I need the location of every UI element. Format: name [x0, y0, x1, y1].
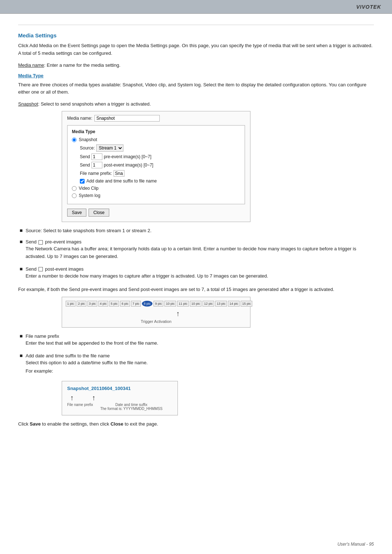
bullet-file-prefix: ■ File name prefix Enter the text that w…: [18, 333, 374, 347]
bullet-title-source: Source: Select to take snapshots from st…: [25, 228, 151, 233]
send1-input[interactable]: [91, 153, 102, 160]
file-prefix-label: File name prefix:: [80, 171, 112, 176]
media-name-line: Media name: Enter a name for the media s…: [18, 62, 374, 68]
bullet-title-post: Send post-event images: [25, 266, 83, 272]
save-button[interactable]: Save: [67, 209, 86, 217]
bullet-title-file-prefix: File name prefix: [25, 333, 59, 339]
arrows-row: ↑ ↑: [67, 394, 172, 401]
brand-logo: VIVOTEK: [356, 4, 381, 10]
pic-box-12: 10 pic: [190, 301, 201, 307]
trigger-label: Trigger Activation: [66, 319, 246, 324]
pic-box-14: 13 pic: [215, 301, 227, 307]
arrow-prefix-icon: ↑: [70, 394, 74, 401]
pic-box-5: 5 pic: [109, 301, 119, 307]
bullet-title-date-suffix: Add date and time suffix to the file nam…: [25, 353, 110, 358]
filename-value: Snapshot_20110604_100341: [67, 386, 172, 391]
trigger-para: For example, if both the Send pre-event …: [18, 286, 374, 294]
system-log-label: System log: [79, 193, 100, 198]
video-clip-radio-row: Video Clip: [72, 186, 240, 191]
snapshot-desc: : Select to send snapshots when a trigge…: [38, 101, 151, 107]
bullet-content-file-prefix: File name prefix Enter the text that wil…: [25, 333, 374, 347]
bullet-char-source: ■: [20, 227, 23, 233]
bullet-source: ■ Source: Select to take snapshots from …: [18, 228, 374, 233]
media-type-subtitle: Media Type: [18, 73, 374, 78]
bullet-title-pre: Send pre-event images: [25, 239, 81, 245]
intro-text: Click Add Media on the Event Settings pa…: [18, 42, 374, 57]
media-name-input[interactable]: [94, 115, 160, 122]
pic-box-6: 6 pic: [120, 301, 130, 307]
pic-row: 1 pic2 pic3 pic4 pic5 pic6 pic7 pic8 pic…: [66, 301, 246, 307]
bullet-date-suffix: ■ Add date and time suffix to the file n…: [18, 353, 374, 375]
filename-example-box: Snapshot_20110604_100341 ↑ ↑ File name p…: [62, 381, 178, 415]
bullet-content-date-suffix: Add date and time suffix to the file nam…: [25, 353, 374, 375]
media-type-desc: There are three choices of media types a…: [18, 81, 374, 97]
pic-box-13: 12 pic: [203, 301, 214, 307]
media-settings-panel: Media name: Media Type Snapshot Source: …: [62, 111, 250, 222]
pic-box-2: 2 pic: [77, 301, 86, 307]
bullet-desc-post: Enter a number to decide how many images…: [25, 272, 374, 280]
pic-box-4: 4 pic: [98, 301, 108, 307]
click-save-line: Click Save to enable the settings, then …: [18, 421, 374, 427]
snapshot-radio-label: Snapshot: [79, 137, 97, 142]
top-divider: [18, 25, 374, 25]
close-button[interactable]: Close: [89, 209, 109, 217]
send-post-row: Send post-event image(s) [0~7]: [80, 162, 240, 168]
send-pre-row: Send pre-event image(s) [0~7]: [80, 153, 240, 160]
pic-box-7: 7 pic: [131, 301, 141, 307]
pre-event-checkbox-icon: [38, 240, 43, 245]
file-prefix-row: File name prefix:: [80, 170, 240, 177]
bullet-char-pre: ■: [20, 239, 23, 245]
media-name-row: Media name:: [67, 115, 245, 122]
post-event-checkbox-icon: [38, 267, 43, 271]
bullet-content-pre: Send pre-event images The Network Camera…: [25, 239, 374, 260]
pic-box-9: 9 pic: [154, 301, 163, 307]
footer-page-number: User's Manual - 95: [338, 542, 374, 547]
snapshot-line: Snapshot: Select to send snapshots when …: [18, 101, 374, 107]
media-type-box: Media Type Snapshot Source: Stream 1 Str…: [67, 125, 245, 204]
pic-box-16: 15 pic: [241, 301, 252, 307]
bullet-item-date-suffix: ■ Add date and time suffix to the file n…: [20, 353, 374, 375]
video-clip-radio[interactable]: [72, 186, 77, 191]
date-suffix-checkbox[interactable]: [80, 179, 85, 184]
pic-box-11: 11 pic: [177, 301, 189, 307]
send1-label: Send: [80, 154, 90, 159]
bullet-item-file-prefix: ■ File name prefix Enter the text that w…: [20, 333, 374, 347]
header-bar: VIVOTEK: [0, 0, 392, 14]
send2-label: Send: [80, 163, 90, 168]
send2-suffix: post-event image(s) [0~7]: [104, 163, 153, 168]
media-type-box-title: Media Type: [72, 129, 240, 134]
arrow-date-icon: ↑: [92, 394, 95, 401]
source-label: Source:: [80, 145, 95, 151]
system-log-radio[interactable]: [72, 193, 77, 198]
pic-box-10: 10 pic: [164, 301, 176, 307]
date-suffix-label: Add date and time suffix to file name: [86, 178, 157, 184]
pic-box-3: 3 pic: [87, 301, 97, 307]
bullet-desc-date-suffix: Select this option to add a date/time su…: [25, 359, 374, 367]
send1-suffix: pre-event image(s) [0~7]: [104, 154, 151, 159]
example-label: For example:: [25, 368, 374, 375]
bullet-char-file-prefix: ■: [20, 333, 23, 339]
bullet-desc-pre: The Network Camera has a buffer area; it…: [25, 245, 374, 260]
pic-box-1: 1 pic: [66, 301, 75, 307]
bullet-pre-event: ■ Send pre-event images The Network Came…: [18, 239, 374, 260]
video-clip-label: Video Clip: [79, 186, 98, 191]
bullet-item-pre-event: ■ Send pre-event images The Network Came…: [20, 239, 374, 260]
system-log-radio-row: System log: [72, 193, 240, 198]
bullet-char-date-suffix: ■: [20, 353, 23, 358]
source-select[interactable]: Stream 1 Stream 2: [96, 144, 123, 152]
bullet-item-source: ■ Source: Select to take snapshots from …: [20, 228, 374, 233]
media-name-desc: : Enter a name for the media setting.: [44, 62, 121, 68]
snapshot-radio[interactable]: [72, 138, 77, 142]
send2-input[interactable]: [91, 162, 102, 168]
label-date-suffix: Date and time suffix The format is: YYYY…: [100, 403, 163, 411]
bullet-char-post: ■: [20, 266, 23, 272]
bullet-desc-file-prefix: Enter the text that will be appended to …: [25, 340, 374, 347]
snapshot-radio-row: Snapshot: [72, 137, 240, 142]
pic-box-8: 8 pic: [142, 301, 152, 307]
bullet-content-source: Source: Select to take snapshots from st…: [25, 228, 374, 233]
labels-row: File name prefix Date and time suffix Th…: [67, 403, 172, 411]
pic-box-15: 14 pic: [228, 301, 240, 307]
file-prefix-input[interactable]: [114, 170, 124, 177]
bullet-content-post: Send post-event images Enter a number to…: [25, 266, 374, 280]
source-row: Source: Stream 1 Stream 2: [80, 144, 240, 152]
